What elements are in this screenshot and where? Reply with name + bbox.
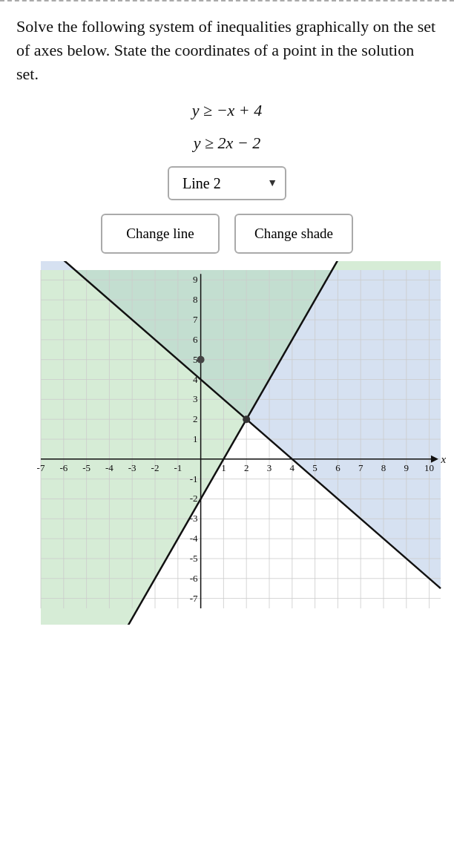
- inequalities-block: y ≥ −x + 4 y ≥ 2x − 2: [0, 101, 454, 153]
- dropdown-row: Line 1 Line 2: [0, 166, 454, 200]
- problem-text: Solve the following system of inequaliti…: [0, 15, 454, 86]
- line-select[interactable]: Line 1 Line 2: [168, 166, 286, 200]
- top-border: [0, 0, 454, 1]
- change-line-button[interactable]: Change line: [101, 214, 220, 254]
- buttons-row: Change line Change shade: [0, 214, 454, 254]
- change-shade-button[interactable]: Change shade: [234, 214, 353, 254]
- graph-canvas: [0, 261, 454, 625]
- line-select-wrapper[interactable]: Line 1 Line 2: [168, 166, 286, 200]
- inequality-1: y ≥ −x + 4: [0, 101, 454, 120]
- inequality-2: y ≥ 2x − 2: [0, 134, 454, 153]
- graph-container: [0, 261, 454, 625]
